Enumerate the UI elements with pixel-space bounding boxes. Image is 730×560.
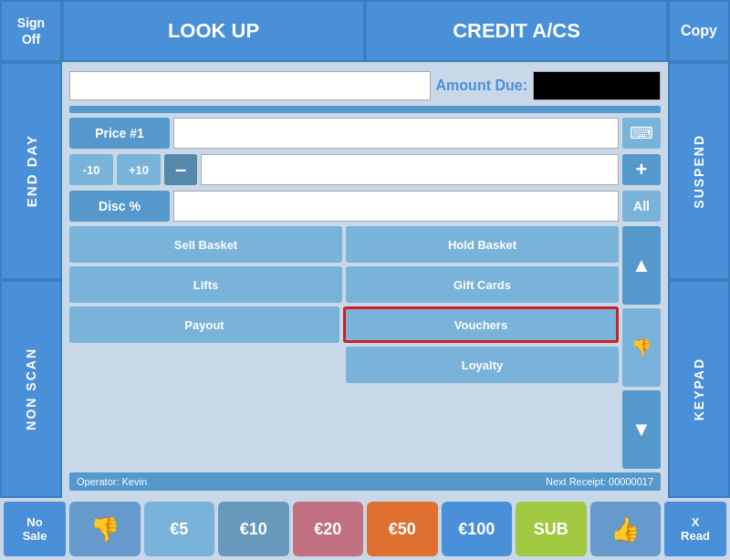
sell-hold-row: Sell Basket Hold Basket: [69, 226, 619, 263]
top-bar: Sign Off LOOK UP CREDIT A/CS Copy: [0, 0, 730, 62]
plus-button[interactable]: +: [622, 154, 661, 185]
lifts-button[interactable]: Lifts: [69, 266, 342, 303]
sell-basket-button[interactable]: Sell Basket: [69, 226, 342, 263]
arrow-down-button[interactable]: ▼: [622, 390, 661, 469]
vouchers-button[interactable]: Vouchers: [343, 306, 619, 343]
copy-button[interactable]: Copy: [668, 0, 730, 62]
price-row: Price #1 ⌨: [69, 117, 661, 150]
credit-acs-button[interactable]: CREDIT A/CS: [365, 0, 668, 62]
left-sidebar: END DAY NON SCAN: [0, 62, 62, 498]
non-scan-button[interactable]: NON SCAN: [0, 280, 62, 498]
disc-input[interactable]: [173, 191, 619, 222]
amount-due-label: Amount Due:: [436, 78, 527, 94]
sub-button[interactable]: SUB: [516, 502, 587, 556]
operator-label: Operator: Kevin: [77, 476, 147, 487]
minus-button[interactable]: –: [164, 154, 197, 185]
e50-button[interactable]: €50: [367, 502, 438, 556]
keypad-button[interactable]: KEYPAD: [668, 280, 730, 498]
loyalty-button[interactable]: Loyalty: [346, 347, 619, 383]
action-area: Sell Basket Hold Basket Lifts Gift Cards…: [69, 226, 661, 469]
thumb-up-button[interactable]: 👍: [590, 502, 662, 556]
end-day-button[interactable]: END DAY: [0, 62, 62, 280]
arrow-up-button[interactable]: ▲: [622, 226, 661, 305]
amount-value-display: [533, 71, 661, 100]
e5-button[interactable]: €5: [144, 502, 215, 556]
loyalty-row: Loyalty: [69, 347, 619, 383]
price-input[interactable]: [173, 118, 619, 149]
right-sidebar: SUSPEND KEYPAD: [668, 62, 730, 498]
lifts-gift-row: Lifts Gift Cards: [69, 266, 619, 303]
main-content: Amount Due: Price #1 ⌨ -10 +10 – + Disc …: [62, 62, 668, 498]
payout-button[interactable]: Payout: [69, 306, 339, 343]
hold-basket-button[interactable]: Hold Basket: [346, 226, 619, 263]
loyalty-spacer: [69, 347, 342, 383]
bottom-bar: No Sale 👎 €5 €10 €20 €50 €100 SUB 👍 X Re…: [0, 498, 730, 560]
suspend-button[interactable]: SUSPEND: [668, 62, 730, 280]
thumb-down-button[interactable]: 👎: [69, 502, 141, 556]
no-sale-button[interactable]: No Sale: [4, 502, 66, 556]
plus10-button[interactable]: +10: [117, 154, 161, 185]
sign-off-button[interactable]: Sign Off: [0, 0, 62, 62]
adjustment-row: -10 +10 – +: [69, 153, 661, 186]
e20-button[interactable]: €20: [293, 502, 364, 556]
action-left: Sell Basket Hold Basket Lifts Gift Cards…: [69, 226, 619, 469]
search-input[interactable]: [69, 71, 431, 100]
bottom-buttons: 👎 €5 €10 €20 €50 €100 SUB 👍: [69, 502, 661, 556]
next-receipt-label: Next Receipt: 00000017: [546, 476, 653, 487]
e10-button[interactable]: €10: [218, 502, 289, 556]
look-up-button[interactable]: LOOK UP: [62, 0, 365, 62]
keyboard-button[interactable]: ⌨: [622, 118, 661, 149]
payout-vouchers-row: Payout Vouchers: [69, 306, 619, 343]
status-bar: Operator: Kevin Next Receipt: 00000017: [69, 472, 661, 491]
action-right: ▲ 👎 ▼: [622, 226, 661, 469]
price-button[interactable]: Price #1: [69, 118, 170, 149]
all-button[interactable]: All: [622, 191, 661, 222]
thumb-down-small-button[interactable]: 👎: [622, 308, 661, 387]
progress-bar: [69, 106, 661, 113]
e100-button[interactable]: €100: [442, 502, 513, 556]
disc-row: Disc % All: [69, 190, 661, 223]
minus10-button[interactable]: -10: [69, 154, 113, 185]
amount-due-row: Amount Due:: [69, 69, 661, 102]
x-read-button[interactable]: X Read: [664, 502, 726, 556]
disc-button[interactable]: Disc %: [69, 191, 170, 222]
adjustment-input[interactable]: [201, 154, 619, 185]
gift-cards-button[interactable]: Gift Cards: [346, 266, 619, 303]
